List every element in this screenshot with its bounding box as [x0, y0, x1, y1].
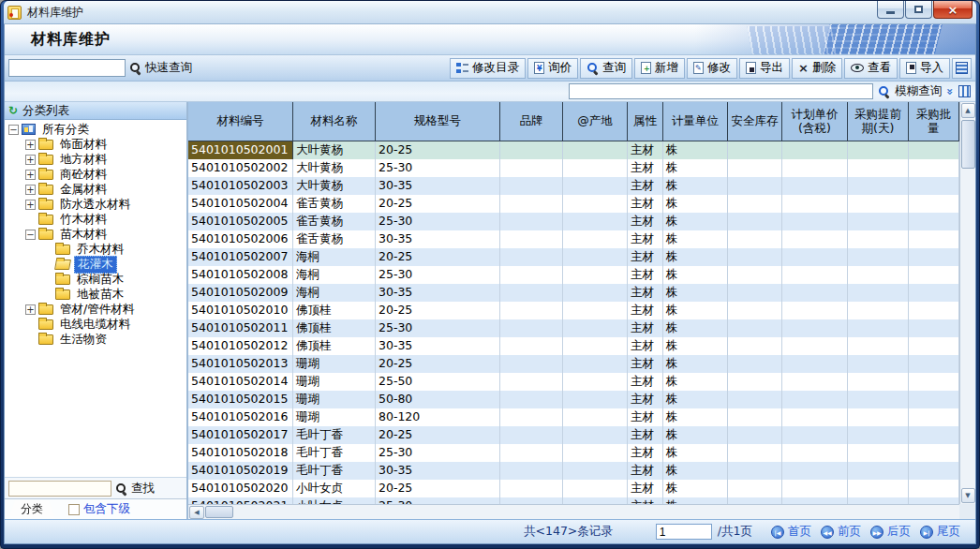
table-cell[interactable]: 株	[663, 480, 728, 497]
table-cell[interactable]: 株	[663, 195, 728, 213]
table-row[interactable]: 5401010502014珊瑚25-50主材株	[188, 373, 959, 391]
table-cell[interactable]	[782, 159, 848, 177]
table-cell[interactable]	[563, 248, 628, 266]
table-cell[interactable]: 5401010502006	[188, 230, 293, 248]
expand-icon[interactable]: +	[25, 304, 36, 315]
table-cell[interactable]	[782, 284, 848, 302]
table-cell[interactable]	[848, 497, 909, 504]
table-row[interactable]: 5401010502009海桐30-35主材株	[188, 284, 959, 302]
table-cell[interactable]	[848, 408, 909, 426]
expand-icon[interactable]: +	[25, 140, 36, 150]
table-cell[interactable]	[500, 480, 563, 497]
table-cell[interactable]	[909, 230, 959, 248]
table-cell[interactable]: 株	[663, 159, 728, 177]
table-cell[interactable]	[782, 266, 848, 284]
table-cell[interactable]: 主材	[628, 319, 663, 337]
table-cell[interactable]	[909, 373, 959, 391]
table-cell[interactable]: 30-35	[376, 230, 500, 248]
table-cell[interactable]	[909, 213, 959, 230]
table-cell[interactable]	[500, 408, 563, 426]
table-cell[interactable]: 30-35	[376, 462, 500, 480]
table-cell[interactable]	[782, 497, 848, 504]
table-cell[interactable]: 主材	[628, 373, 663, 391]
table-cell[interactable]	[563, 426, 628, 444]
table-cell[interactable]	[728, 497, 782, 504]
table-cell[interactable]	[563, 444, 628, 462]
table-cell[interactable]	[563, 159, 628, 177]
tab-category[interactable]: 分类	[8, 500, 55, 518]
column-settings-button[interactable]	[952, 58, 972, 79]
table-cell[interactable]: 佛顶桂	[293, 337, 376, 355]
price-inquiry-button[interactable]: ¥询价	[527, 58, 578, 79]
include-sublevel-checkbox[interactable]	[68, 504, 80, 515]
tree-item[interactable]: +饰面材料	[5, 137, 186, 152]
table-cell[interactable]	[500, 319, 563, 337]
table-cell[interactable]	[563, 337, 628, 355]
table-cell[interactable]: 5401010502001	[188, 141, 293, 159]
tree-item-label[interactable]: 电线电缆材料	[57, 317, 133, 333]
table-cell[interactable]: 20-25	[376, 302, 500, 319]
tree-item[interactable]: 生活物资	[5, 332, 186, 347]
table-cell[interactable]: 主材	[628, 497, 663, 504]
table-cell[interactable]	[728, 408, 782, 426]
find-button[interactable]: 查找	[131, 481, 155, 497]
fuzzy-search-input[interactable]	[569, 83, 873, 99]
table-cell[interactable]: 主材	[628, 213, 663, 230]
table-cell[interactable]: 株	[663, 284, 728, 302]
table-row[interactable]: 5401010502005雀舌黄杨25-30主材株	[188, 213, 959, 230]
tree-item[interactable]: +管材/管件材料	[5, 302, 186, 317]
table-row[interactable]: 5401010502013珊瑚20-25主材株	[188, 355, 959, 373]
refresh-icon[interactable]: ↻	[8, 105, 18, 116]
table-cell[interactable]	[728, 373, 782, 391]
table-cell[interactable]: 海桐	[293, 266, 376, 284]
table-cell[interactable]	[563, 391, 628, 408]
table-cell[interactable]	[563, 497, 628, 504]
page-number-input[interactable]	[656, 524, 712, 540]
tree-item[interactable]: −所有分类	[5, 122, 186, 137]
table-cell[interactable]: 5401010502012	[188, 337, 293, 355]
table-cell[interactable]: 株	[663, 373, 728, 391]
table-cell[interactable]	[909, 497, 959, 504]
table-cell[interactable]: 主材	[628, 355, 663, 373]
table-cell[interactable]	[728, 462, 782, 480]
table-cell[interactable]	[728, 391, 782, 408]
export-button[interactable]: 导出	[739, 58, 790, 79]
table-cell[interactable]: 主材	[628, 444, 663, 462]
chevron-down-icon[interactable]: »	[943, 88, 957, 96]
table-cell[interactable]: 5401010502008	[188, 266, 293, 284]
table-cell[interactable]	[728, 195, 782, 213]
table-cell[interactable]: 30-35	[376, 337, 500, 355]
table-cell[interactable]: 30-35	[376, 177, 500, 195]
table-cell[interactable]: 株	[663, 355, 728, 373]
tree-item-label[interactable]: 饰面材料	[57, 137, 110, 153]
table-cell[interactable]	[782, 302, 848, 319]
table-cell[interactable]	[782, 426, 848, 444]
table-cell[interactable]	[728, 355, 782, 373]
table-cell[interactable]: 大叶黄杨	[293, 177, 376, 195]
table-cell[interactable]	[848, 426, 909, 444]
table-cell[interactable]	[500, 444, 563, 462]
table-cell[interactable]: 30-35	[376, 284, 500, 302]
tree-item-label[interactable]: 商砼材料	[57, 167, 110, 183]
table-cell[interactable]: 株	[663, 497, 728, 504]
table-cell[interactable]: 5401010502014	[188, 373, 293, 391]
table-cell[interactable]	[563, 408, 628, 426]
table-cell[interactable]: 5401010502017	[188, 426, 293, 444]
table-cell[interactable]: 20-25	[376, 355, 500, 373]
table-cell[interactable]	[728, 444, 782, 462]
table-cell[interactable]: 主材	[628, 284, 663, 302]
table-cell[interactable]	[782, 408, 848, 426]
table-cell[interactable]	[500, 497, 563, 504]
table-cell[interactable]	[728, 230, 782, 248]
collapse-icon[interactable]: −	[8, 125, 19, 135]
table-cell[interactable]	[909, 319, 959, 337]
import-button[interactable]: 导入	[899, 58, 950, 79]
column-header[interactable]: 材料编号	[188, 102, 293, 141]
table-cell[interactable]	[909, 195, 959, 213]
tree-find-input[interactable]	[8, 481, 111, 497]
table-cell[interactable]	[848, 230, 909, 248]
table-row[interactable]: 5401010502006雀舌黄杨30-35主材株	[188, 230, 959, 248]
tree-item[interactable]: 电线电缆材料	[5, 317, 186, 332]
table-cell[interactable]	[500, 355, 563, 373]
table-cell[interactable]	[500, 141, 563, 159]
